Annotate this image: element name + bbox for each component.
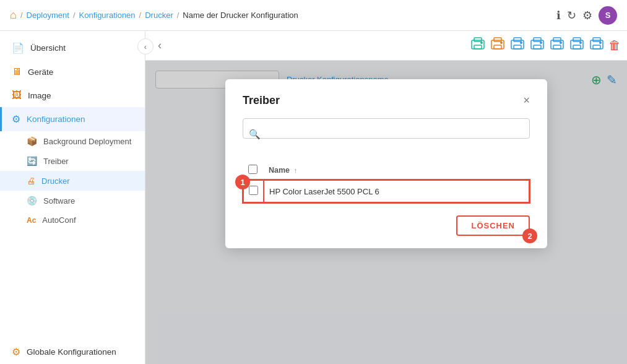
treiber-search-input[interactable] xyxy=(243,118,530,139)
sidebar-subitem-software[interactable]: 💿 Software xyxy=(0,191,145,210)
back-button[interactable]: ‹ xyxy=(152,39,168,52)
konfigurationen-icon: ⚙ xyxy=(12,113,20,125)
delete-button[interactable]: LÖSCHEN xyxy=(456,215,530,236)
modal-overlay: Treiber × 🔍 1 xyxy=(145,61,627,364)
modal-title: Treiber xyxy=(243,94,280,107)
toolbar-icon-add[interactable] xyxy=(470,36,486,56)
svg-point-7 xyxy=(500,41,503,44)
sidebar-item-image[interactable]: 🖼 Image xyxy=(0,84,145,107)
col-name: Name ↑ xyxy=(264,161,529,180)
treiber-table: Name ↑ HP Color Lase xyxy=(243,161,530,203)
treiber-modal: Treiber × 🔍 1 xyxy=(225,79,547,248)
image-icon: 🖼 xyxy=(12,90,22,101)
search-wrapper: 🔍 xyxy=(243,118,530,150)
svg-point-23 xyxy=(579,41,582,44)
breadcrumb-current: Name der Drucker Konfiguration xyxy=(183,11,298,20)
sidebar-item-label: Konfigurationen xyxy=(27,115,85,124)
row-checkbox[interactable] xyxy=(249,186,258,195)
breadcrumb: ⌂ / Deployment / Konfigurationen / Druck… xyxy=(10,9,298,22)
home-icon[interactable]: ⌂ xyxy=(10,9,17,22)
breadcrumb-deployment[interactable]: Deployment xyxy=(27,11,69,20)
globale-konfigurationen-icon: ⚙ xyxy=(12,346,20,358)
background-deployment-icon: 📦 xyxy=(27,136,37,146)
svg-point-19 xyxy=(560,41,562,44)
main-layout: ‹ 📄 Übersicht 🖥 Geräte 🖼 Image ⚙ Konfigu… xyxy=(0,31,627,364)
sidebar-item-label: Geräte xyxy=(28,67,53,77)
svg-rect-14 xyxy=(534,45,541,49)
sidebar-subitem-label: Background Deployment xyxy=(43,137,131,146)
svg-point-11 xyxy=(520,41,522,44)
sidebar-item-globale-konfigurationen[interactable]: ⚙ Globale Konfigurationen xyxy=(0,340,145,364)
sidebar-item-label: Globale Konfigurationen xyxy=(27,347,116,357)
main-content: ‹ xyxy=(145,31,627,364)
content-area: Drucker Konfigurationsname ⊕ ✎ Treiber ×… xyxy=(145,61,627,364)
refresh-icon[interactable]: ↻ xyxy=(567,9,576,22)
svg-rect-5 xyxy=(494,38,501,41)
sidebar-item-gerate[interactable]: 🖥 Geräte xyxy=(0,60,145,84)
sidebar-subitem-label: Treiber xyxy=(43,157,69,166)
svg-rect-10 xyxy=(514,45,521,49)
svg-rect-13 xyxy=(534,38,541,41)
gerate-icon: 🖥 xyxy=(12,66,22,77)
sidebar-subitem-background-deployment[interactable]: 📦 Background Deployment xyxy=(0,131,145,151)
svg-rect-22 xyxy=(573,45,581,49)
svg-rect-21 xyxy=(573,38,581,41)
table-row: HP Color LaserJet 5500 PCL 6 xyxy=(243,180,529,202)
breadcrumb-konfigurationen[interactable]: Konfigurationen xyxy=(79,11,136,20)
svg-rect-18 xyxy=(553,45,561,49)
drucker-icon: 🖨 xyxy=(27,176,35,186)
sidebar-item-konfigurationen[interactable]: ⚙ Konfigurationen xyxy=(0,107,145,131)
svg-rect-2 xyxy=(474,45,482,49)
sidebar-subitem-label: Software xyxy=(43,196,75,206)
svg-point-3 xyxy=(480,41,483,44)
sidebar-item-label: Übersicht xyxy=(30,43,66,53)
sidebar-subitem-label: AutoConf xyxy=(42,215,76,225)
sidebar-subitem-drucker[interactable]: 🖨 Drucker xyxy=(0,171,145,191)
toolbar-icon-delete[interactable]: 🗑 xyxy=(608,38,621,53)
autoconf-icon: Ac xyxy=(27,216,36,225)
sidebar-subitem-autoconf[interactable]: Ac AutoConf xyxy=(0,210,145,230)
svg-rect-26 xyxy=(593,45,600,49)
modal-footer: 2 LÖSCHEN xyxy=(243,215,530,236)
info-icon[interactable]: ℹ xyxy=(556,9,561,22)
select-all-checkbox[interactable] xyxy=(248,165,257,174)
secondary-toolbar: ‹ xyxy=(145,31,627,61)
step1-badge: 1 xyxy=(235,175,250,189)
svg-rect-17 xyxy=(553,38,561,41)
sidebar-subitem-treiber[interactable]: 🔄 Treiber xyxy=(0,151,145,171)
toolbar-icon-paste[interactable] xyxy=(529,36,545,56)
sidebar: ‹ 📄 Übersicht 🖥 Geräte 🖼 Image ⚙ Konfigu… xyxy=(0,31,145,364)
modal-close-button[interactable]: × xyxy=(523,94,530,107)
svg-rect-9 xyxy=(514,38,521,41)
toolbar-icons: 🗑 xyxy=(470,36,621,56)
breadcrumb-drucker[interactable]: Drucker xyxy=(145,11,173,20)
settings-icon[interactable]: ⚙ xyxy=(582,9,592,22)
avatar[interactable]: S xyxy=(599,6,617,25)
treiber-icon: 🔄 xyxy=(27,156,37,166)
sidebar-subitem-label: Drucker xyxy=(41,176,70,186)
svg-point-15 xyxy=(540,41,542,44)
svg-point-27 xyxy=(599,41,602,44)
toolbar-icon-import[interactable] xyxy=(589,36,605,56)
sort-arrow-icon[interactable]: ↑ xyxy=(294,167,298,174)
toolbar-icon-export[interactable] xyxy=(569,36,585,56)
modal-header: Treiber × xyxy=(243,94,530,107)
toolbar-icon-remove[interactable] xyxy=(490,36,506,56)
ubersicht-icon: 📄 xyxy=(12,42,24,54)
svg-rect-25 xyxy=(593,38,600,41)
toolbar-icon-sync[interactable] xyxy=(549,36,565,56)
topbar-actions: ℹ ↻ ⚙ S xyxy=(556,6,617,25)
sidebar-item-ubersicht[interactable]: 📄 Übersicht xyxy=(0,36,145,60)
svg-rect-1 xyxy=(474,38,482,41)
sidebar-item-label: Image xyxy=(28,91,51,100)
software-icon: 💿 xyxy=(27,196,37,206)
toolbar-icon-copy[interactable] xyxy=(509,36,525,56)
sidebar-toggle[interactable]: ‹ xyxy=(137,38,154,54)
svg-rect-6 xyxy=(494,45,501,49)
table-wrapper: 1 Name ↑ xyxy=(243,161,530,203)
step2-badge: 2 xyxy=(522,228,537,243)
topbar: ⌂ / Deployment / Konfigurationen / Druck… xyxy=(0,0,627,31)
row-name-cell: HP Color LaserJet 5500 PCL 6 xyxy=(264,180,529,202)
search-icon: 🔍 xyxy=(249,129,261,140)
